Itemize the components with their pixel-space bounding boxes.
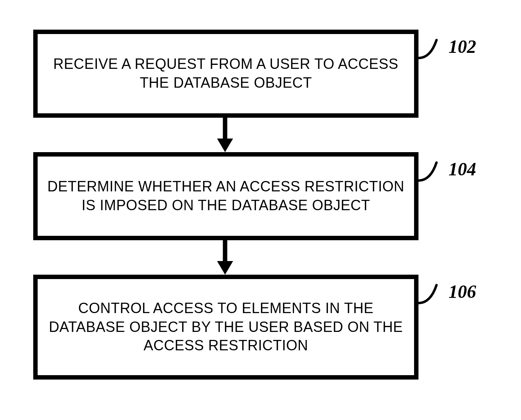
svg-marker-3 bbox=[217, 261, 233, 275]
flowchart-step-2-text: DETERMINE WHETHER AN ACCESS RESTRICTION … bbox=[38, 177, 414, 215]
flowchart-step-1-text: RECEIVE A REQUEST FROM A USER TO ACCESS … bbox=[38, 55, 414, 92]
flowchart-step-3-ref: 106 bbox=[449, 281, 476, 302]
flowchart-step-3-leader bbox=[418, 285, 443, 309]
flowchart-step-3-text: CONTROL ACCESS TO ELEMENTS IN THE DATABA… bbox=[38, 299, 414, 355]
flowchart-step-2-ref: 104 bbox=[449, 159, 476, 180]
flowchart-arrow-2-3 bbox=[217, 240, 233, 275]
flowchart-step-1: RECEIVE A REQUEST FROM A USER TO ACCESS … bbox=[33, 30, 418, 118]
flowchart-arrow-1-2 bbox=[217, 118, 233, 152]
flowchart-step-1-ref: 102 bbox=[449, 36, 476, 57]
flowchart-step-3: CONTROL ACCESS TO ELEMENTS IN THE DATABA… bbox=[33, 275, 418, 380]
flowchart-step-1-leader bbox=[418, 40, 443, 64]
flowchart-step-2-leader bbox=[418, 163, 443, 187]
flowchart-step-2: DETERMINE WHETHER AN ACCESS RESTRICTION … bbox=[33, 152, 418, 240]
flowchart-canvas: RECEIVE A REQUEST FROM A USER TO ACCESS … bbox=[0, 0, 521, 420]
svg-marker-1 bbox=[217, 139, 233, 152]
